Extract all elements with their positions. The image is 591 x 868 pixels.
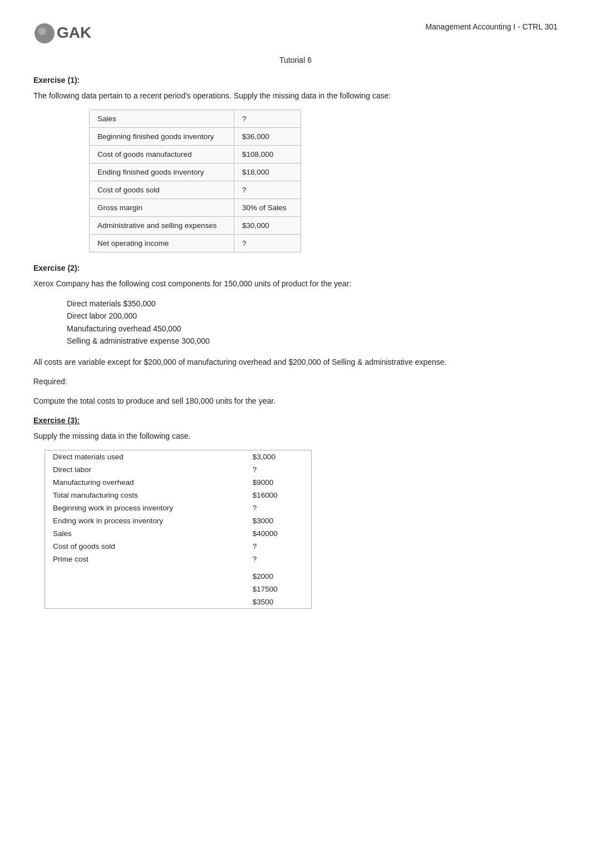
table-row: $2000 bbox=[45, 570, 312, 583]
table-row: $17500 bbox=[45, 583, 312, 596]
exercise2-desc: Xerox Company has the following cost com… bbox=[33, 278, 558, 290]
table-row: Ending work in process inventory$3000 bbox=[45, 514, 312, 527]
table-row: Direct materials used$3,000 bbox=[45, 450, 312, 463]
table-row: Prime cost? bbox=[45, 553, 312, 566]
row-value: ? bbox=[234, 235, 301, 252]
table-row: Administrative and selling expenses$30,0… bbox=[90, 217, 301, 235]
row-value: ? bbox=[234, 181, 301, 199]
exercise2-items: Direct materials $350,000 Direct labor 2… bbox=[67, 297, 558, 348]
exercise2-item-3: Manufacturing overhead 450,000 bbox=[67, 323, 558, 335]
row-value: $3000 bbox=[245, 514, 312, 527]
row-value: $108,000 bbox=[234, 146, 301, 163]
exercise1-title: Exercise (1): bbox=[33, 76, 558, 85]
row-label: Sales bbox=[90, 110, 234, 128]
row-value: $36,000 bbox=[234, 128, 301, 146]
table-row: Ending finished goods inventory$18,000 bbox=[90, 163, 301, 181]
row-label: Beginning work in process inventory bbox=[45, 502, 245, 514]
row-value: ? bbox=[245, 553, 312, 566]
row-label: Ending work in process inventory bbox=[45, 514, 245, 527]
exercise1-table: Sales?Beginning finished goods inventory… bbox=[89, 110, 301, 252]
row-label: Gross margin bbox=[90, 199, 234, 217]
table-row: Beginning finished goods inventory$36,00… bbox=[90, 128, 301, 146]
svg-point-2 bbox=[38, 27, 46, 35]
row-value: $2000 bbox=[245, 570, 312, 583]
table-row: $3500 bbox=[45, 596, 312, 609]
row-label: Cost of goods manufactured bbox=[90, 146, 234, 163]
row-label: Beginning finished goods inventory bbox=[90, 128, 234, 146]
exercise1-desc: The following data pertain to a recent p… bbox=[33, 90, 558, 102]
table-row: Direct labor? bbox=[45, 463, 312, 476]
table-row: Cost of goods sold? bbox=[45, 540, 312, 553]
row-value: $17500 bbox=[245, 583, 312, 596]
row-label: Direct labor bbox=[45, 463, 245, 476]
table-row: Net operating income? bbox=[90, 235, 301, 252]
row-label: Cost of goods sold bbox=[90, 181, 234, 199]
table-row: Gross margin30% of Sales bbox=[90, 199, 301, 217]
table-row bbox=[45, 566, 312, 570]
row-value: $9000 bbox=[245, 476, 312, 489]
row-label: Ending finished goods inventory bbox=[90, 163, 234, 181]
exercise3-table: Direct materials used$3,000Direct labor?… bbox=[45, 450, 312, 609]
row-value: $3500 bbox=[245, 596, 312, 609]
table-row: Sales? bbox=[90, 110, 301, 128]
exercise2-item-4: Selling & administrative expense 300,000 bbox=[67, 335, 558, 347]
row-value: 30% of Sales bbox=[234, 199, 301, 217]
row-value: ? bbox=[245, 540, 312, 553]
row-label: Sales bbox=[45, 527, 245, 540]
exercise2-para1: All costs are variable except for $200,0… bbox=[33, 356, 558, 368]
row-label: Manufacturing overhead bbox=[45, 476, 245, 489]
exercise2-required-label: Required: bbox=[33, 376, 558, 388]
table-row: Cost of goods sold? bbox=[90, 181, 301, 199]
exercise2-item-2: Direct labor 200,000 bbox=[67, 310, 558, 322]
row-label: Administrative and selling expenses bbox=[90, 217, 234, 235]
svg-text:GAK: GAK bbox=[57, 24, 91, 41]
row-value: $40000 bbox=[245, 527, 312, 540]
row-label bbox=[45, 583, 245, 596]
course-title: Management Accounting I - CTRL 301 bbox=[425, 17, 558, 31]
exercise3-desc: Supply the missing data in the following… bbox=[33, 430, 558, 442]
exercise3-title: Exercise (3): bbox=[33, 416, 558, 425]
row-label: Direct materials used bbox=[45, 450, 245, 463]
table-row: Beginning work in process inventory? bbox=[45, 502, 312, 514]
row-value bbox=[245, 566, 312, 570]
page-header: GAK Management Accounting I - CTRL 301 bbox=[33, 17, 558, 50]
exercise2-required-text: Compute the total costs to produce and s… bbox=[33, 395, 558, 407]
exercise2-title: Exercise (2): bbox=[33, 264, 558, 272]
row-value: $18,000 bbox=[234, 163, 301, 181]
row-label: Net operating income bbox=[90, 235, 234, 252]
row-label: Prime cost bbox=[45, 553, 245, 566]
row-value: ? bbox=[245, 502, 312, 514]
row-label: Cost of goods sold bbox=[45, 540, 245, 553]
row-label: Total manufacturing costs bbox=[45, 489, 245, 502]
row-label bbox=[45, 566, 245, 570]
table-row: Manufacturing overhead$9000 bbox=[45, 476, 312, 489]
row-value: ? bbox=[245, 463, 312, 476]
exercise2-item-1: Direct materials $350,000 bbox=[67, 297, 558, 310]
tutorial-title: Tutorial 6 bbox=[33, 56, 558, 65]
row-value: $16000 bbox=[245, 489, 312, 502]
logo: GAK bbox=[33, 17, 106, 50]
table-row: Total manufacturing costs$16000 bbox=[45, 489, 312, 502]
row-value: $30,000 bbox=[234, 217, 301, 235]
row-value: $3,000 bbox=[245, 450, 312, 463]
row-label bbox=[45, 570, 245, 583]
table-row: Cost of goods manufactured$108,000 bbox=[90, 146, 301, 163]
row-label bbox=[45, 596, 245, 609]
row-value: ? bbox=[234, 110, 301, 128]
table-row: Sales$40000 bbox=[45, 527, 312, 540]
